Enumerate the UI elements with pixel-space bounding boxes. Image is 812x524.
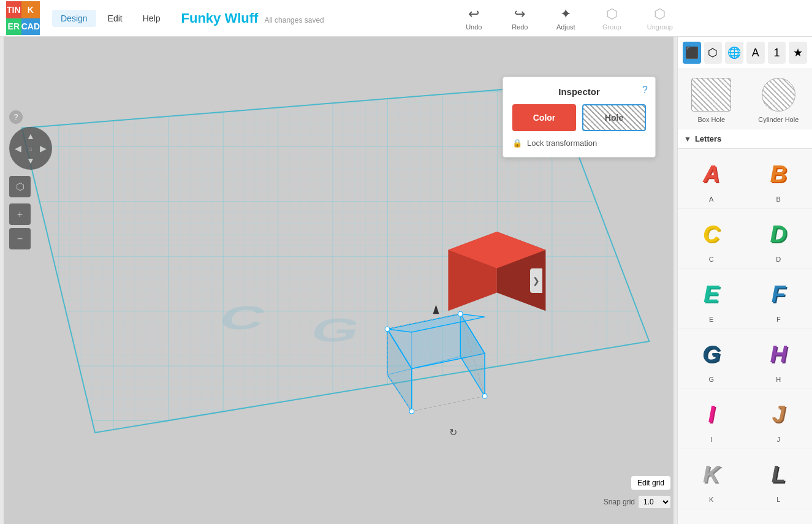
panel-top-icons: ⬛ ⬡ 🌐 A 1 ★ — [678, 37, 812, 69]
letter-item-J[interactable]: J J — [749, 392, 808, 446]
nav-help[interactable]: Help — [134, 10, 169, 27]
left-controls: ? ▲ ◀ ⌂ ▶ ▼ ⬡ + − — [9, 110, 52, 249]
nav-up[interactable]: ▲ — [24, 130, 37, 142]
letter-item-D[interactable]: D D — [749, 212, 808, 265]
undo-button[interactable]: ↩ Undo — [457, 4, 491, 33]
cylinder-hole-thumb — [757, 75, 800, 115]
project-name[interactable]: Funky Wluff — [181, 10, 259, 26]
letter-item-F[interactable]: F F — [749, 272, 808, 325]
box-hole-thumb — [690, 75, 733, 115]
letter-F-thumb: F — [757, 275, 800, 314]
ungroup-button[interactable]: ⬡ Ungroup — [641, 4, 679, 33]
letter-item-G[interactable]: G G — [682, 332, 740, 385]
letters-section-header: ▼ Letters — [678, 129, 812, 149]
nav-design[interactable]: Design — [52, 10, 96, 27]
topbar: TIN K ER CAD Design Edit Help Funky Wluf… — [0, 0, 812, 37]
logo: TIN K ER CAD — [6, 1, 40, 35]
svg-point-16 — [482, 393, 487, 398]
lock-label: Lock transformation — [527, 139, 597, 148]
letters-collapse-arrow[interactable]: ▼ — [684, 135, 691, 143]
letters-grid: A A B B C C — [678, 149, 812, 509]
letter-L-icon: L — [772, 461, 786, 488]
letter-K-label: K — [709, 496, 713, 503]
snap-grid-select[interactable]: 1.0 0.5 0.25 2.0 — [638, 495, 671, 509]
letter-J-label: J — [777, 436, 781, 443]
letter-item-L[interactable]: L L — [749, 452, 808, 506]
color-button[interactable]: Color — [512, 104, 576, 131]
nav-left[interactable]: ◀ — [12, 142, 24, 154]
nav-control[interactable]: ▲ ◀ ⌂ ▶ ▼ — [9, 127, 52, 170]
letter-C-label: C — [709, 256, 714, 263]
inspector-panel: Inspector ? Color Hole 🔒 Lock transforma… — [503, 77, 656, 158]
help-button[interactable]: ? — [9, 110, 23, 124]
lock-transformation[interactable]: 🔒 Lock transformation — [512, 139, 646, 148]
project-title: Funky Wluff All changes saved — [181, 10, 324, 26]
edit-grid-button[interactable]: Edit grid — [631, 476, 671, 490]
nav-right[interactable]: ▶ — [37, 142, 49, 154]
zoom-out-button[interactable]: − — [9, 228, 31, 249]
panel-icon-star[interactable]: ★ — [789, 42, 807, 64]
collapse-panel-button[interactable]: ❯ — [530, 268, 542, 293]
nav-home[interactable]: ⌂ — [24, 142, 37, 154]
canvas-area[interactable]: C G — [0, 37, 677, 524]
cylinder-hole-item[interactable]: Cylinder Hole — [749, 72, 808, 126]
nav-down[interactable]: ▼ — [24, 154, 37, 167]
undo-label: Undo — [466, 23, 482, 31]
letter-item-C[interactable]: C C — [682, 212, 740, 265]
cylinder-hole-preview — [762, 78, 795, 112]
svg-text:↻: ↻ — [449, 427, 457, 438]
letter-H-label: H — [776, 376, 781, 383]
snap-grid-label: Snap grid — [604, 498, 635, 506]
logo-tin: TIN — [6, 1, 21, 18]
letter-item-A[interactable]: A A — [682, 152, 740, 205]
redo-icon: ↪ — [514, 6, 525, 22]
letter-item-B[interactable]: B B — [749, 152, 808, 205]
letters-row-ij: I I J J — [678, 389, 812, 449]
undo-icon: ↩ — [468, 6, 479, 22]
letters-row-cd: C C D D — [678, 209, 812, 269]
letter-I-icon: I — [708, 401, 715, 428]
letter-D-label: D — [776, 256, 781, 263]
letters-row-ab: A A B B — [678, 149, 812, 209]
ungroup-label: Ungroup — [647, 23, 673, 31]
inspector-help[interactable]: ? — [642, 85, 648, 96]
group-icon: ⬡ — [606, 6, 618, 22]
letter-K-icon: K — [703, 461, 719, 488]
letter-J-icon: J — [772, 401, 785, 428]
letter-D-icon: D — [770, 221, 787, 248]
perspective-button[interactable]: ⬡ — [9, 176, 31, 197]
letter-A-label: A — [709, 196, 713, 203]
letter-item-K[interactable]: K K — [682, 452, 740, 506]
panel-icon-globe[interactable]: 🌐 — [725, 42, 743, 64]
letter-H-thumb: H — [757, 335, 800, 374]
panel-icon-number[interactable]: 1 — [768, 42, 786, 64]
letters-row-gh: G G H H — [678, 329, 812, 389]
box-hole-item[interactable]: Box Hole — [682, 72, 740, 126]
panel-icon-shapes[interactable]: ⬡ — [704, 42, 723, 64]
adjust-button[interactable]: ✦ Adjust — [549, 4, 583, 33]
hole-button[interactable]: Hole — [582, 104, 646, 131]
letter-G-label: G — [708, 376, 714, 383]
letter-I-thumb: I — [690, 395, 733, 435]
letter-item-H[interactable]: H H — [749, 332, 808, 385]
inspector-title: Inspector — [512, 86, 646, 97]
panel-icon-text[interactable]: A — [746, 42, 765, 64]
nav-links: Design Edit Help — [52, 10, 169, 27]
letter-F-label: F — [776, 316, 781, 323]
toolbar: ↩ Undo ↪ Redo ✦ Adjust ⬡ Group ⬡ Ungroup — [457, 4, 679, 33]
letters-section-label: Letters — [695, 134, 721, 143]
letter-item-I[interactable]: I I — [682, 392, 740, 446]
letters-row-ef: E E F F — [678, 269, 812, 329]
letter-A-thumb: A — [690, 154, 733, 194]
nav-edit[interactable]: Edit — [99, 10, 131, 27]
panel-icon-grid[interactable]: ⬛ — [683, 42, 701, 64]
zoom-in-button[interactable]: + — [9, 203, 31, 225]
redo-button[interactable]: ↪ Redo — [503, 4, 537, 33]
letter-item-E[interactable]: E E — [682, 272, 740, 325]
letter-G-thumb: G — [690, 335, 733, 374]
letter-B-icon: B — [770, 161, 787, 188]
cylinder-hole-label: Cylinder Hole — [758, 116, 799, 123]
logo-k: K — [21, 1, 40, 18]
group-button[interactable]: ⬡ Group — [595, 4, 629, 33]
letter-E-label: E — [709, 316, 713, 323]
